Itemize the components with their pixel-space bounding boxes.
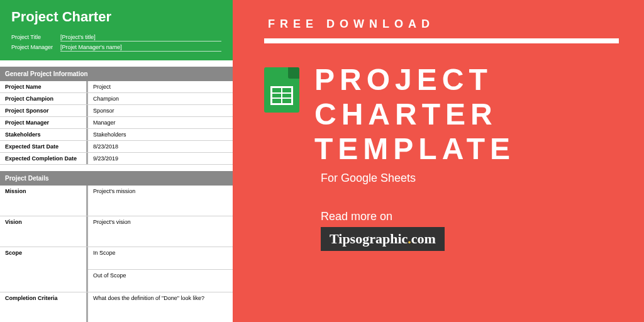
read-more-text: Read more on xyxy=(321,210,619,223)
section-general-info: General Project Information xyxy=(0,67,233,81)
kicker-text: FREE DOWNLOAD xyxy=(268,18,619,31)
sheet-header: Project Charter Project Title [Project's… xyxy=(0,0,233,60)
title-line-1: PROJECT xyxy=(314,62,515,97)
title-line-2: CHARTER xyxy=(314,97,515,131)
vision-label: Vision xyxy=(0,216,88,247)
sheet-title: Project Charter xyxy=(11,9,221,25)
sheets-icon-grid xyxy=(270,86,293,105)
table-row: Expected Completion Date 9/23/2019 xyxy=(0,153,233,165)
row-label: Project Name xyxy=(0,81,88,92)
row-value: Sponsor xyxy=(88,105,233,116)
row-label: Project Champion xyxy=(0,93,88,104)
spreadsheet-preview: Project Charter Project Title [Project's… xyxy=(0,0,233,322)
title-line-3: TEMPLATE xyxy=(314,131,515,166)
row-value: 8/23/2018 xyxy=(88,141,233,152)
completion-value: What does the definition of "Done" look … xyxy=(88,292,233,322)
page-container: Project Charter Project Title [Project's… xyxy=(0,0,644,322)
spacer xyxy=(0,60,233,67)
project-title-value: [Project's title] xyxy=(60,34,221,42)
row-label: Project Manager xyxy=(0,117,88,128)
brand-main: Tipsographic xyxy=(330,231,408,247)
title-block: PROJECT CHARTER TEMPLATE xyxy=(264,62,619,167)
scope-label: Scope xyxy=(0,247,88,292)
sheets-icon-fold xyxy=(288,67,299,79)
project-title-row: Project Title [Project's title] xyxy=(11,34,221,42)
row-label: Expected Completion Date xyxy=(0,153,88,164)
subtitle: For Google Sheets xyxy=(321,172,619,185)
table-row: Expected Start Date 8/23/2018 xyxy=(0,141,233,153)
promo-panel: FREE DOWNLOAD PROJECT CHARTER TEMPLATE F… xyxy=(233,0,644,322)
underline-bar xyxy=(264,38,619,43)
row-value: Manager xyxy=(88,117,233,128)
table-row: Scope In Scope Out of Scope xyxy=(0,247,233,292)
table-row: Project Sponsor Sponsor xyxy=(0,105,233,117)
project-manager-value: [Projet Manager's name] xyxy=(60,44,221,52)
brand-tld: com xyxy=(411,231,436,247)
project-manager-label: Project Manager xyxy=(11,44,60,50)
row-label: Stakeholders xyxy=(0,129,88,140)
scope-in: In Scope xyxy=(88,247,233,270)
table-row: Project Name Project xyxy=(0,81,233,93)
row-value: Champion xyxy=(88,93,233,104)
row-value: Project xyxy=(88,81,233,92)
main-title: PROJECT CHARTER TEMPLATE xyxy=(314,62,515,167)
project-manager-row: Project Manager [Projet Manager's name] xyxy=(11,44,221,52)
table-row: Project Manager Manager xyxy=(0,117,233,129)
scope-values: In Scope Out of Scope xyxy=(88,247,233,292)
vision-value: Project's vision xyxy=(88,216,233,247)
row-value: Stakeholders xyxy=(88,129,233,140)
scope-out: Out of Scope xyxy=(88,270,233,292)
table-row: Vision Project's vision xyxy=(0,216,233,247)
spacer xyxy=(0,165,233,171)
mission-value: Project's mission xyxy=(88,186,233,216)
table-row: Mission Project's mission xyxy=(0,186,233,216)
row-label: Project Sponsor xyxy=(0,105,88,116)
table-row: Stakeholders Stakeholders xyxy=(0,129,233,141)
mission-label: Mission xyxy=(0,186,88,216)
completion-label: Completion Criteria xyxy=(0,292,88,322)
google-sheets-icon xyxy=(264,67,299,113)
section-project-details: Project Details xyxy=(0,171,233,186)
project-title-label: Project Title xyxy=(11,34,60,40)
row-label: Expected Start Date xyxy=(0,141,88,152)
row-value: 9/23/2019 xyxy=(88,153,233,164)
brand-badge[interactable]: Tipsographic.com xyxy=(321,227,445,251)
sheets-icon-body xyxy=(264,67,299,113)
table-row: Project Champion Champion xyxy=(0,93,233,105)
table-row: Completion Criteria What does the defini… xyxy=(0,292,233,322)
